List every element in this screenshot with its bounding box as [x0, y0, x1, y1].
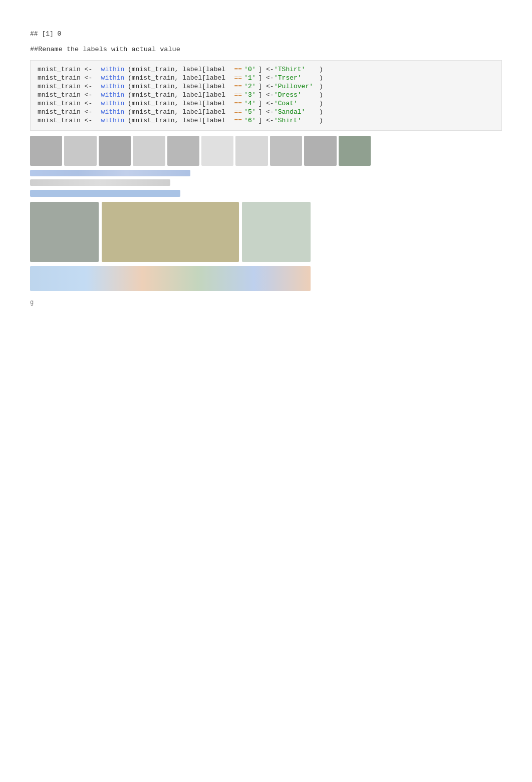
code-row-6: mnist_train <- within (mnist_train, labe…	[38, 117, 494, 124]
var-3: mnist_train <-	[38, 91, 98, 99]
lhs-0: (mnist_train, label[label	[128, 66, 228, 73]
within-4: within	[98, 100, 128, 107]
num-5: '5'	[242, 108, 258, 116]
var-4: mnist_train <-	[38, 100, 98, 107]
image-cell-5	[167, 136, 199, 166]
var-2: mnist_train <-	[38, 83, 98, 90]
paren-4: )	[319, 100, 329, 107]
arrow-5: ] <-	[258, 108, 274, 116]
blurred-output-1	[30, 170, 190, 176]
lhs-5: (mnist_train, label[label	[128, 108, 228, 116]
within-2: within	[98, 83, 128, 90]
arrow-2: ] <-	[258, 83, 274, 90]
paren-3: )	[319, 91, 329, 99]
rhs-3: 'Dress'	[274, 91, 319, 99]
code-row-5: mnist_train <- within (mnist_train, labe…	[38, 108, 494, 116]
image-2-1	[30, 202, 99, 262]
lhs-4: (mnist_train, label[label	[128, 100, 228, 107]
within-5: within	[98, 108, 128, 116]
rename-header: ##Rename the labels with actual value	[30, 46, 502, 53]
arrow-6: ] <-	[258, 117, 274, 124]
eq-1: ==	[228, 74, 242, 82]
image-cell-3	[99, 136, 131, 166]
var-5: mnist_train <-	[38, 108, 98, 116]
blurred-output-code	[30, 266, 311, 291]
small-char-output: g	[30, 299, 502, 306]
image-cell-2	[64, 136, 96, 166]
within-1: within	[98, 74, 128, 82]
within-6: within	[98, 117, 128, 124]
num-4: '4'	[242, 100, 258, 107]
code-block: mnist_train <- within (mnist_train, labe…	[30, 60, 502, 131]
code-row-0: mnist_train <- within (mnist_train, labe…	[38, 66, 494, 73]
rhs-2: 'Pullover'	[274, 83, 319, 90]
image-cell-8	[270, 136, 302, 166]
code-row-3: mnist_train <- within (mnist_train, labe…	[38, 91, 494, 99]
blurred-label-1	[30, 179, 170, 186]
eq-4: ==	[228, 100, 242, 107]
eq-0: ==	[228, 66, 242, 73]
image-2-3	[242, 202, 311, 262]
code-row-4: mnist_train <- within (mnist_train, labe…	[38, 100, 494, 107]
eq-3: ==	[228, 91, 242, 99]
code-row-1: mnist_train <- within (mnist_train, labe…	[38, 74, 494, 82]
num-1: '1'	[242, 74, 258, 82]
image-cell-4	[133, 136, 165, 166]
num-2: '2'	[242, 83, 258, 90]
arrow-4: ] <-	[258, 100, 274, 107]
arrow-3: ] <-	[258, 91, 274, 99]
code-row-2: mnist_train <- within (mnist_train, labe…	[38, 83, 494, 90]
blurred-code-line-1	[30, 190, 180, 197]
image-row-2	[30, 202, 311, 262]
num-0: '0'	[242, 66, 258, 73]
within-3: within	[98, 91, 128, 99]
image-cell-10	[339, 136, 371, 166]
rhs-5: 'Sandal'	[274, 108, 319, 116]
paren-2: )	[319, 83, 329, 90]
lhs-2: (mnist_train, label[label	[128, 83, 228, 90]
image-cell-9	[304, 136, 336, 166]
image-strip-1	[30, 136, 371, 166]
image-2-2	[102, 202, 239, 262]
rhs-1: 'Trser'	[274, 74, 319, 82]
num-6: '6'	[242, 117, 258, 124]
var-1: mnist_train <-	[38, 74, 98, 82]
eq-5: ==	[228, 108, 242, 116]
var-0: mnist_train <-	[38, 66, 98, 73]
num-3: '3'	[242, 91, 258, 99]
rhs-4: 'Coat'	[274, 100, 319, 107]
paren-6: )	[319, 117, 329, 124]
arrow-0: ] <-	[258, 66, 274, 73]
image-cell-6	[201, 136, 233, 166]
within-0: within	[98, 66, 128, 73]
eq-6: ==	[228, 117, 242, 124]
paren-1: )	[319, 74, 329, 82]
result-output: ## [1] 0	[30, 30, 502, 38]
lhs-1: (mnist_train, label[label	[128, 74, 228, 82]
rhs-6: 'Shirt'	[274, 117, 319, 124]
lhs-3: (mnist_train, label[label	[128, 91, 228, 99]
arrow-1: ] <-	[258, 74, 274, 82]
image-cell-1	[30, 136, 62, 166]
image-cell-7	[235, 136, 268, 166]
paren-0: )	[319, 66, 329, 73]
paren-5: )	[319, 108, 329, 116]
eq-2: ==	[228, 83, 242, 90]
lhs-6: (mnist_train, label[label	[128, 117, 228, 124]
rhs-0: 'TShirt'	[274, 66, 319, 73]
var-6: mnist_train <-	[38, 117, 98, 124]
